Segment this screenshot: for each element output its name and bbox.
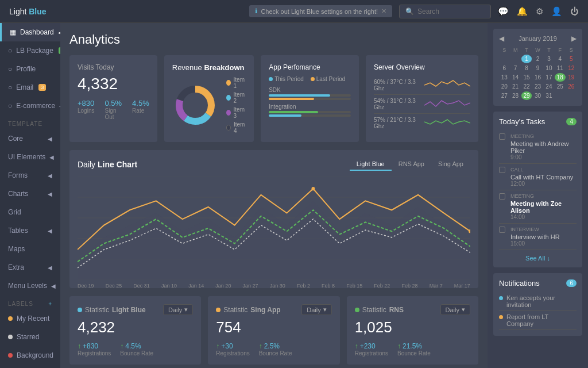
perf-bar-int-1 [269, 111, 318, 113]
tab-sing-app[interactable]: Sing App [431, 158, 470, 171]
close-icon[interactable]: ✕ [381, 7, 386, 15]
cal-day-13[interactable]: 13 [499, 73, 509, 82]
area-fill [78, 201, 470, 280]
power-icon[interactable]: ⏻ [570, 6, 579, 17]
cal-day-31[interactable]: 31 [544, 91, 554, 100]
stat-lb-metrics: ↑ +830 Registrations ↑ 4.5% Bounce Rate [78, 342, 193, 356]
sidebar-item-tables[interactable]: Tables◀ [0, 221, 60, 240]
donut-chart [172, 82, 218, 128]
search-box[interactable]: 🔍 [399, 5, 491, 18]
stat-sing-metric-2: ↑ 2.5% Bounce Rate [259, 342, 292, 356]
cal-day-3[interactable]: 3 [544, 55, 554, 63]
task-2-checkbox[interactable] [499, 167, 505, 173]
metric-logins: +830 Logins [78, 99, 94, 120]
server-title: Server Overview [374, 63, 470, 71]
cal-day-30[interactable]: 30 [532, 91, 543, 100]
cal-day-9[interactable]: 9 [532, 64, 543, 72]
cal-next-button[interactable]: ▶ [571, 34, 577, 43]
settings-icon[interactable]: ⚙ [536, 6, 543, 17]
tasks-card: Today's Tasks 4 Meeting Meeting with And… [493, 112, 582, 267]
notifications-icon[interactable]: 🔔 [517, 6, 528, 17]
label-dot-starred [8, 335, 13, 339]
task-3-checkbox[interactable] [499, 193, 505, 200]
cal-day-5[interactable]: 5 [566, 55, 577, 63]
perf-sdk-row: SDK [269, 87, 351, 100]
tasks-badge: 4 [566, 118, 577, 125]
cal-day-11[interactable]: 11 [555, 64, 565, 72]
sidebar-item-grid[interactable]: Grid [0, 203, 60, 221]
spark-2 [424, 97, 470, 111]
revenue-inner: Item 1 Item 2 Item 3 Item 4 [172, 76, 246, 134]
cal-day-1[interactable]: 1 [521, 55, 532, 63]
stat-lb-period[interactable]: Daily ▾ [163, 304, 193, 315]
task-4-checkbox[interactable] [499, 227, 505, 233]
sidebar-item-ecommerce[interactable]: ○ E-commerce ◀ [0, 97, 60, 115]
sidebar-item-forms[interactable]: Forms◀ [0, 166, 60, 185]
add-label-icon[interactable]: + [48, 301, 52, 307]
stat-sing-value: 754 [216, 319, 331, 336]
sidebar-item-charts[interactable]: Charts◀ [0, 185, 60, 203]
cal-day-28[interactable]: 28 [510, 91, 520, 100]
search-input[interactable] [417, 7, 486, 16]
cal-day-27[interactable]: 27 [499, 91, 509, 100]
sidebar-item-dashboard[interactable]: ▦ Dashboard ◀ [0, 23, 60, 41]
notifications-badge: 6 [566, 279, 577, 287]
cal-day-18[interactable]: 18 [555, 73, 565, 82]
metric-signout: 0.5% Sign Out [105, 99, 122, 120]
user-icon[interactable]: 👤 [551, 6, 562, 17]
sidebar-item-my-recent[interactable]: My Recent [0, 309, 60, 328]
sidebar-item-background[interactable]: Background [0, 346, 60, 365]
cal-day-25[interactable]: 25 [555, 82, 565, 91]
stat-rns-value: 1,025 [355, 319, 470, 336]
stat-rns-period[interactable]: Daily ▾ [440, 304, 470, 315]
sidebar-item-ui-elements[interactable]: UI Elements ◀ [0, 148, 60, 166]
perf-dot-this [269, 77, 273, 81]
cal-day-8[interactable]: 8 [521, 64, 532, 72]
cal-day-7[interactable]: 7 [510, 64, 520, 72]
sidebar-item-email[interactable]: ○ Email 3 [0, 78, 60, 97]
tab-light-blue[interactable]: Light Blue [350, 158, 392, 171]
stat-lb-metric-2: ↑ 4.5% Bounce Rate [120, 342, 153, 356]
cal-day-21[interactable]: 21 [510, 82, 520, 91]
sidebar-item-lb-package[interactable]: ○ LB Package NEW [0, 41, 60, 60]
task-1-checkbox[interactable] [499, 133, 505, 140]
cal-day-22[interactable]: 22 [521, 82, 532, 91]
main-content: Analytics Visits Today 4,332 +830 Logins… [60, 23, 488, 368]
stat-sing-period[interactable]: Daily ▾ [301, 304, 331, 315]
sidebar-item-maps[interactable]: Maps [0, 240, 60, 258]
topbar: Light Blue ℹ Check out Light Blue settin… [0, 0, 588, 23]
tasks-header: Today's Tasks 4 [499, 117, 577, 126]
sidebar-item-extra[interactable]: Extra◀ [0, 258, 60, 277]
sidebar-item-profile[interactable]: ○ Profile [0, 60, 60, 78]
tab-rns-app[interactable]: RNS App [392, 158, 431, 171]
cal-day-16[interactable]: 16 [532, 73, 543, 82]
cal-day-2[interactable]: 2 [532, 55, 543, 63]
cal-day-14[interactable]: 14 [510, 73, 520, 82]
cal-day-29[interactable]: 29 [521, 91, 532, 100]
cal-day-20[interactable]: 20 [499, 82, 509, 91]
cal-day-23[interactable]: 23 [532, 82, 543, 91]
sidebar-item-menu-levels[interactable]: Menu Levels◀ [0, 277, 60, 295]
cal-day-17[interactable]: 17 [544, 73, 554, 82]
cal-day-6[interactable]: 6 [499, 64, 509, 72]
sidebar-item-core[interactable]: Core ◀ [0, 129, 60, 148]
sidebar-item-starred[interactable]: Starred [0, 328, 60, 346]
stat-rns-header: Statistic RNS Daily ▾ [355, 304, 470, 315]
line-chart-svg [78, 177, 470, 280]
cal-day-4[interactable]: 4 [555, 55, 565, 63]
perf-bar-sdk-2 [269, 98, 314, 100]
cal-day-24[interactable]: 24 [544, 82, 554, 91]
metric-rate: 4.5% Rate [132, 99, 149, 120]
perf-legend: This Period Last Period [269, 76, 351, 82]
cal-day-26[interactable]: 26 [566, 82, 577, 91]
cal-prev-button[interactable]: ◀ [499, 34, 504, 43]
legend-dot-3 [226, 110, 231, 116]
cal-day-19[interactable]: 19 [566, 73, 577, 82]
cal-day-12[interactable]: 12 [566, 64, 577, 72]
chat-icon[interactable]: 💬 [498, 6, 509, 17]
cal-day-15[interactable]: 15 [521, 73, 532, 82]
task-4: Interview Interview with HR 15:00 [499, 224, 577, 250]
see-all-button[interactable]: See All ↓ [499, 255, 577, 262]
stat-sing-metrics: ↑ +30 Registrations ↑ 2.5% Bounce Rate [216, 342, 331, 356]
cal-day-10[interactable]: 10 [544, 64, 554, 72]
